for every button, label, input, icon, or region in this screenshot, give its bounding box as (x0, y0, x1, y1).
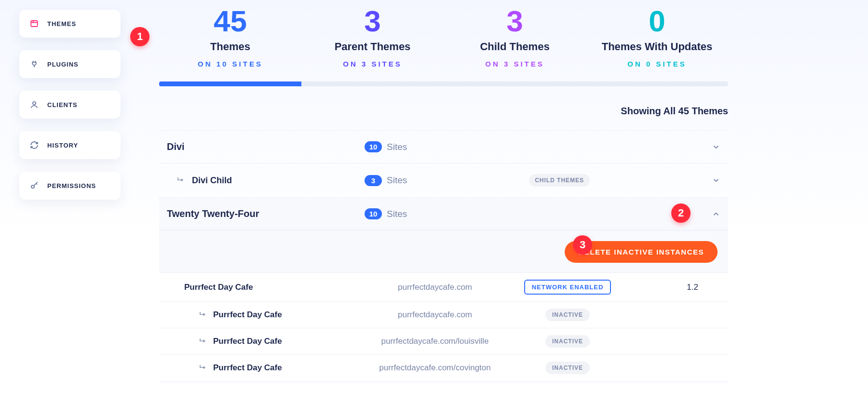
stat-parent-themes[interactable]: 3 Parent Themes ON 3 SITES (301, 5, 444, 68)
status-inactive: INACTIVE (545, 362, 590, 374)
svg-point-4 (31, 185, 34, 188)
site-row[interactable]: Purrfect Day Cafe purrfectdaycafe.com NE… (159, 273, 728, 302)
site-count-pill: 10 (365, 208, 382, 219)
status-inactive: INACTIVE (545, 309, 590, 321)
progress-bar (159, 81, 728, 86)
stat-themes[interactable]: 45 Themes ON 10 SITES (159, 5, 301, 68)
stat-child-themes[interactable]: 3 Child Themes ON 3 SITES (444, 5, 586, 68)
chevron-up-icon[interactable] (712, 210, 720, 218)
sidebar-item-themes[interactable]: THEMES (19, 10, 121, 38)
stats-row: 45 Themes ON 10 SITES 3 Parent Themes ON… (159, 5, 728, 68)
stat-title: Child Themes (444, 40, 586, 53)
sites-label: Sites (387, 142, 407, 152)
status-network-enabled: NETWORK ENABLED (524, 280, 611, 295)
sidebar-item-history[interactable]: HISTORY (19, 131, 121, 159)
stat-number: 3 (444, 5, 586, 38)
sidebar-item-label: PERMISSIONS (47, 182, 96, 189)
site-name: Purrfect Day Cafe (213, 337, 282, 346)
stat-number: 45 (159, 5, 301, 38)
theme-row-divi[interactable]: Divi 10 Sites (159, 131, 728, 163)
sidebar-item-label: PLUGINS (47, 61, 79, 68)
annotation-badge-3: 3 (573, 235, 592, 255)
site-url: purrfectdaycafe.com/louisville (358, 337, 512, 346)
nest-arrow-icon (199, 364, 207, 372)
stat-title: Themes (159, 40, 301, 53)
sidebar-item-label: THEMES (47, 20, 76, 27)
nest-arrow-icon (199, 310, 207, 319)
sidebar-item-label: HISTORY (47, 142, 78, 149)
theme-name: Twenty Twenty-Four (167, 208, 259, 219)
stat-subtitle: ON 10 SITES (159, 60, 301, 68)
stat-number: 3 (301, 5, 444, 38)
site-url: purrfectdaycafe.com/covington (358, 363, 512, 373)
stat-subtitle: ON 0 SITES (586, 60, 728, 68)
window-icon (30, 19, 39, 28)
stat-subtitle: ON 3 SITES (301, 60, 444, 68)
user-icon (30, 100, 39, 109)
theme-name: Divi (167, 141, 185, 152)
site-row[interactable]: Purrfect Day Cafe purrfectdaycafe.com IN… (159, 302, 728, 328)
sites-label: Sites (387, 209, 407, 219)
site-count-pill: 3 (365, 175, 382, 186)
refresh-icon (30, 141, 39, 149)
sidebar: THEMES PLUGINS CLIENTS HISTORY PERMISSIO… (19, 10, 121, 200)
theme-row-tt4[interactable]: Twenty Twenty-Four 10 Sites (159, 198, 728, 230)
svg-point-3 (33, 102, 36, 105)
annotation-badge-2: 2 (671, 203, 691, 223)
chevron-down-icon[interactable] (712, 143, 720, 151)
nest-arrow-icon (199, 337, 207, 346)
stat-title: Parent Themes (301, 40, 444, 53)
site-name: Purrfect Day Cafe (213, 310, 282, 320)
chevron-down-icon[interactable] (712, 176, 720, 185)
main-content: 45 Themes ON 10 SITES 3 Parent Themes ON… (159, 5, 728, 383)
theme-row-divi-child[interactable]: Divi Child 3 Sites CHILD THEMES (159, 163, 728, 198)
status-inactive: INACTIVE (545, 335, 590, 348)
sidebar-item-plugins[interactable]: PLUGINS (19, 50, 121, 78)
theme-expanded-tt4: Twenty Twenty-Four 10 Sites 2 3 DELETE I… (159, 198, 728, 383)
site-name: Purrfect Day Cafe (184, 283, 253, 292)
site-version: 1.2 (623, 283, 718, 292)
site-url: purrfectdaycafe.com (358, 310, 512, 320)
sidebar-item-permissions[interactable]: PERMISSIONS (19, 172, 121, 200)
child-themes-tag: CHILD THEMES (529, 174, 590, 187)
site-row[interactable]: Purrfect Day Cafe purrfectdaycafe.com/lo… (159, 328, 728, 355)
stat-updates[interactable]: 0 Themes With Updates ON 0 SITES (586, 5, 728, 68)
site-name: Purrfect Day Cafe (213, 363, 282, 373)
showing-text: Showing All 45 Themes (159, 106, 728, 117)
site-url: purrfectdaycafe.com (358, 283, 512, 292)
stat-number: 0 (586, 5, 728, 38)
stat-title: Themes With Updates (586, 40, 728, 53)
site-row[interactable]: Purrfect Day Cafe purrfectdaycafe.com/co… (159, 355, 728, 381)
nest-arrow-icon (176, 176, 185, 185)
site-count-pill: 10 (365, 141, 382, 152)
sidebar-item-clients[interactable]: CLIENTS (19, 91, 121, 119)
key-icon (30, 181, 39, 190)
action-row: 3 DELETE INACTIVE INSTANCES (159, 230, 728, 273)
sites-label: Sites (387, 175, 407, 186)
sidebar-item-label: CLIENTS (47, 101, 78, 108)
plug-icon (30, 60, 39, 68)
stat-subtitle: ON 3 SITES (444, 60, 586, 68)
svg-rect-0 (31, 21, 38, 27)
progress-fill (159, 81, 301, 86)
annotation-badge-1: 1 (130, 27, 149, 46)
theme-name: Divi Child (192, 176, 232, 186)
